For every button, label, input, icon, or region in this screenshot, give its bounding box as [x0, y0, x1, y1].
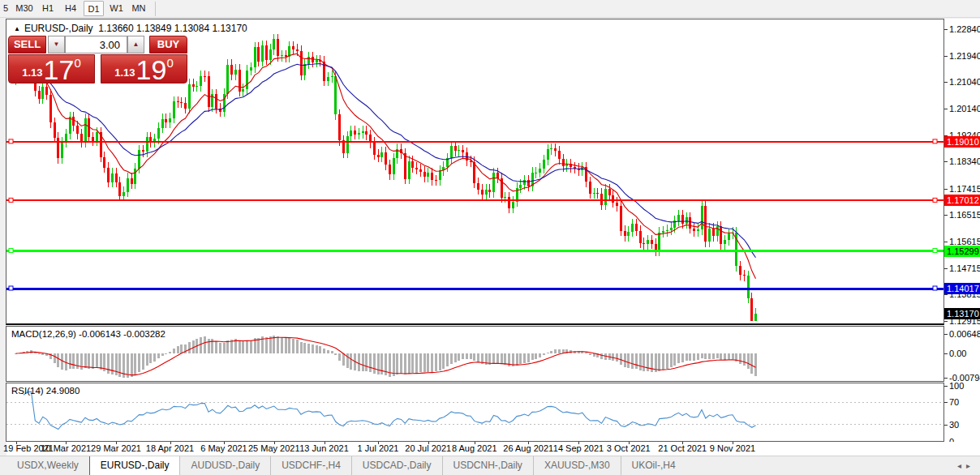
buy-price-pipette: 0 [166, 56, 173, 70]
buy-button[interactable]: BUY [149, 36, 187, 53]
price-tick-mark [944, 321, 948, 322]
chart-tab-ukoil-h4[interactable]: UKOil-,H4 [621, 456, 686, 475]
price-tick-mark [944, 242, 948, 242]
level-anchor-right[interactable] [933, 249, 937, 253]
date-axis[interactable]: 19 Feb 202110 Mar 202129 Mar 202118 Apr … [6, 442, 980, 456]
level-anchor-right[interactable] [933, 139, 937, 143]
price-axis[interactable]: 1.228401.219401.210401.201401.192401.183… [944, 19, 980, 442]
volume-increase-button[interactable]: ▲ [127, 36, 144, 53]
rsi-tick-mark [944, 425, 948, 426]
date-tick-label: 13 Jun 2021 [296, 443, 353, 453]
volume-decrease-button[interactable]: ▼ [48, 36, 65, 53]
rsi-tick-label: 30 [949, 419, 980, 430]
tab-scroll-right-icon[interactable]: ▸ [966, 461, 975, 470]
current-price-label: 1.13170 [944, 308, 980, 319]
rsi-tick-mark [944, 402, 948, 403]
level-anchor-left[interactable] [9, 198, 13, 202]
chart-tab-usdcnh-daily[interactable]: USDCNH-,Daily [442, 456, 533, 475]
level-price-label: 1.17012 [944, 195, 980, 206]
timeframe-button-d1[interactable]: D1 [84, 1, 104, 16]
chart-symbol-label: EURUSD-,Daily [24, 23, 93, 34]
date-tick-label: 3 Oct 2021 [600, 443, 657, 453]
level-anchor-left[interactable] [9, 139, 13, 143]
level-anchor-left[interactable] [9, 286, 13, 290]
toolbar-separator [155, 2, 156, 16]
price-tick-label: 1.21040 [949, 76, 980, 88]
date-tick-label: 14 Sep 2021 [550, 443, 607, 453]
macd-tick-label: 0.006485 [949, 328, 980, 340]
price-tick-label: 1.20140 [949, 103, 980, 114]
date-tick-label: 8 Aug 2021 [446, 443, 503, 453]
price-tick-mark [944, 56, 948, 57]
rsi-indicator-panel[interactable]: RSI(14) 24.9080 [6, 383, 944, 442]
one-click-trade-panel: SELL ▼ ▲ BUY 1.13 17 0 1.13 19 0 [8, 36, 187, 83]
price-tick-mark [944, 29, 948, 30]
price-tick-mark [944, 268, 948, 269]
rsi-chart[interactable] [6, 383, 943, 441]
price-tick-label: 1.16515 [949, 209, 980, 220]
sell-price-pipette: 0 [74, 56, 80, 70]
macd-label: MACD(12,26,9) -0.006143 -0.003282 [11, 329, 165, 339]
level-anchor-right[interactable] [933, 198, 937, 202]
price-tick-mark [944, 82, 948, 83]
price-tick-mark [944, 161, 948, 162]
arrow-up-icon: ▲ [133, 41, 140, 48]
level-price-label: 1.19010 [944, 136, 980, 148]
timeframe-button-w1[interactable]: W1 [107, 1, 126, 16]
date-tick-label: 10 Mar 2021 [37, 443, 94, 453]
level-price-label: 1.14017 [944, 283, 980, 294]
chart-tab-xauusd-m30[interactable]: XAUUSD-,M30 [533, 456, 621, 475]
timeframe-button-5[interactable]: 5 [1, 1, 11, 16]
tab-scroll-left-icon[interactable]: ◂ [957, 461, 966, 470]
macd-tick-label: 0.00 [949, 348, 980, 359]
chart-tab-audusd-daily[interactable]: AUDUSD-,Daily [179, 456, 270, 475]
price-tick-label: 1.21940 [949, 50, 980, 62]
timeframe-button-h4[interactable]: H4 [62, 1, 80, 16]
chart-ohlc-quote: 1.13660 1.13849 1.13084 1.13170 [98, 23, 247, 34]
timeframe-button-m30[interactable]: M30 [13, 1, 36, 16]
macd-tick-mark [944, 353, 948, 354]
price-tick-mark [944, 189, 948, 190]
volume-input[interactable] [65, 36, 127, 53]
buy-price-pips: 19 [136, 58, 167, 82]
buy-price-display[interactable]: 1.13 19 0 [101, 54, 187, 83]
rsi-tick-label: 100 [949, 380, 980, 392]
rsi-line [24, 392, 756, 429]
tab-scroll-arrows: ◂▸ [957, 456, 975, 475]
macd-tick-mark [944, 334, 948, 335]
sell-price-bigfigure: 1.13 [22, 66, 42, 79]
timeframe-button-h1[interactable]: H1 [39, 1, 57, 16]
level-anchor-right[interactable] [933, 286, 937, 290]
price-tick-label: 1.14715 [949, 263, 980, 274]
buy-price-bigfigure: 1.13 [114, 66, 135, 79]
price-tick-label: 1.17415 [949, 183, 980, 195]
rsi-tick-mark [944, 386, 948, 387]
level-price-label: 1.15299 [944, 246, 980, 257]
timeframe-toolbar: 5M30H1H4D1W1MN [0, 0, 980, 18]
date-tick-label: 18 Apr 2021 [142, 443, 199, 453]
date-tick-label: 1 Jul 2021 [350, 443, 406, 453]
collapse-panel-icon[interactable]: ▲ [14, 25, 20, 32]
macd-tick-mark [944, 378, 948, 379]
date-tick-label: 26 Aug 2021 [500, 443, 557, 453]
price-tick-label: 1.22840 [949, 24, 980, 35]
date-tick-label: 9 Nov 2021 [704, 443, 761, 453]
timeframe-button-mn[interactable]: MN [128, 1, 149, 16]
price-tick-label: 1.18340 [949, 156, 980, 167]
level-anchor-left[interactable] [9, 249, 13, 253]
rsi-label: RSI(14) 24.9080 [11, 386, 80, 396]
sell-price-display[interactable]: 1.13 17 0 [8, 54, 95, 83]
chart-tab-usdx-weekly[interactable]: USDX,Weekly [6, 456, 89, 475]
date-tick-label: 29 Mar 2021 [88, 443, 144, 453]
arrow-down-icon: ▼ [54, 41, 60, 48]
chart-tab-usdchf-h4[interactable]: USDCHF-,H4 [270, 456, 351, 475]
sell-button[interactable]: SELL [8, 36, 46, 53]
chart-tab-bar: USDX,WeeklyEURUSD-,DailyAUDUSD-,DailyUSD… [0, 456, 980, 475]
chart-tab-eurusd-daily[interactable]: EURUSD-,Daily [89, 456, 180, 475]
date-tick-label: 21 Oct 2021 [654, 443, 711, 453]
macd-indicator-panel[interactable]: MACD(12,26,9) -0.006143 -0.003282 [6, 326, 944, 382]
chart-tab-usdcad-daily[interactable]: USDCAD-,Daily [351, 456, 442, 475]
price-tick-mark [944, 215, 948, 216]
sell-price-pips: 17 [44, 58, 75, 82]
date-tick-label: 6 May 2021 [196, 443, 252, 453]
